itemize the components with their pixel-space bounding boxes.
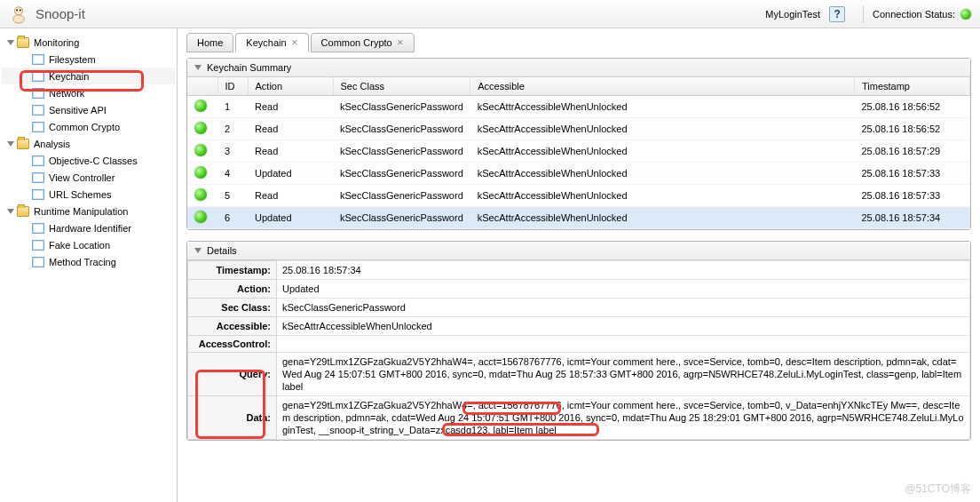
app-header: Snoop-it MyLoginTest ? Connection Status… [0,0,980,28]
detail-key: AccessControl: [188,336,277,353]
table-row[interactable]: 6UpdatedkSecClassGenericPasswordkSecAttr… [187,207,970,229]
detail-value [277,336,970,353]
summary-panel-header[interactable]: Keychain Summary [187,59,970,77]
tab[interactable]: Home [186,33,233,52]
details-panel: Details Timestamp:25.08.16 18:57:34Actio… [186,241,971,441]
detail-row: AccessControl: [188,336,970,353]
app-logo-icon [9,4,28,24]
tab[interactable]: Common Crypto✕ [311,33,415,52]
file-icon [32,172,44,183]
file-icon [32,71,44,82]
table-row[interactable]: 3ReadkSecClassGenericPasswordkSecAttrAcc… [187,140,970,163]
sidebar-item-label: Common Crypto [49,122,120,132]
table-row[interactable]: 4UpdatedkSecClassGenericPasswordkSecAttr… [187,163,970,185]
cell-action: Updated [248,207,333,229]
sidebar-item-label: Objective-C Classes [49,155,138,166]
table-row[interactable]: 5ReadkSecClassGenericPasswordkSecAttrAcc… [187,185,970,207]
detail-row: Timestamp:25.08.16 18:57:34 [188,261,970,280]
cell-id: 5 [217,185,248,207]
column-header[interactable]: ID [217,77,248,96]
sidebar-item[interactable]: View Controller [2,169,175,186]
detail-value: gena=Y29tLmx1ZGFzaGkua2V5Y2hhaW4=, acct=… [277,396,970,440]
close-icon[interactable]: ✕ [397,38,404,47]
status-led-icon [194,211,207,223]
column-header[interactable]: Timestamp [855,77,970,96]
sidebar: MonitoringFilesystemKeychainNetworkSensi… [0,28,178,502]
sidebar-item[interactable]: Sensitive API [2,101,175,118]
connection-status-label: Connection Status: [873,9,955,20]
sidebar-item[interactable]: Fake Location [2,236,175,253]
column-header[interactable]: Action [248,77,333,96]
chevron-down-icon [7,40,14,45]
cell-id: 1 [217,96,248,118]
cell-accessible: kSecAttrAccessibleWhenUnlocked [470,163,855,185]
chevron-down-icon [194,65,202,70]
file-icon [32,54,44,65]
table-row[interactable]: 2ReadkSecClassGenericPasswordkSecAttrAcc… [187,118,970,140]
summary-title: Keychain Summary [207,62,291,73]
sidebar-group[interactable]: Runtime Manipulation [2,203,175,219]
header-user: MyLoginTest [765,9,820,20]
cell-timestamp: 25.08.16 18:57:33 [855,163,970,185]
cell-id: 4 [217,163,248,185]
chevron-down-icon [7,209,14,214]
cell-action: Read [248,96,333,118]
cell-sec-class: kSecClassGenericPassword [333,140,470,163]
sidebar-item-label: URL Schemes [49,189,112,200]
cell-id: 2 [217,118,248,140]
sidebar-item[interactable]: URL Schemes [2,186,175,203]
cell-timestamp: 25.08.16 18:56:52 [855,96,970,118]
file-icon [32,155,44,166]
help-button[interactable]: ? [829,6,845,22]
detail-row: Query:gena=Y29tLmx1ZGFzaGkua2V5Y2hhaW4=,… [188,353,970,396]
sidebar-item-label: Hardware Identifier [49,223,131,234]
cell-accessible: kSecAttrAccessibleWhenUnlocked [470,207,855,229]
column-header[interactable]: Accessible [470,77,855,96]
cell-action: Read [248,140,333,163]
file-icon [32,88,44,99]
cell-id: 6 [217,207,248,229]
svg-point-0 [14,6,22,14]
detail-row: Sec Class:kSecClassGenericPassword [188,299,970,317]
sidebar-item[interactable]: Common Crypto [2,118,175,135]
detail-value: kSecAttrAccessibleWhenUnlocked [277,317,970,336]
cell-sec-class: kSecClassGenericPassword [333,163,470,185]
sidebar-item[interactable]: Keychain [2,68,175,84]
sidebar-group[interactable]: Analysis [2,135,175,152]
folder-icon [17,139,29,149]
close-icon[interactable]: ✕ [291,38,298,47]
sidebar-item-label: Fake Location [49,240,110,251]
summary-panel: Keychain Summary IDActionSec ClassAccess… [186,58,971,230]
column-header[interactable] [187,77,217,96]
chevron-down-icon [194,248,202,253]
detail-row: Accessible:kSecAttrAccessibleWhenUnlocke… [188,317,970,336]
tab[interactable]: Keychain✕ [235,33,308,52]
cell-sec-class: kSecClassGenericPassword [333,185,470,207]
tab-label: Keychain [246,37,286,48]
sidebar-item[interactable]: Network [2,84,175,101]
detail-value: 25.08.16 18:57:34 [277,261,970,280]
sidebar-item[interactable]: Method Tracing [2,253,175,270]
table-row[interactable]: 1ReadkSecClassGenericPasswordkSecAttrAcc… [187,96,970,118]
file-icon [32,105,44,116]
tab-bar: HomeKeychain✕Common Crypto✕ [186,33,971,52]
details-panel-header[interactable]: Details [187,242,970,260]
detail-key: Query: [188,353,277,396]
status-led-icon [194,144,207,156]
cell-timestamp: 25.08.16 18:57:33 [855,185,970,207]
sidebar-group-label: Analysis [34,139,70,149]
sidebar-item-label: View Controller [49,172,115,183]
sidebar-item[interactable]: Filesystem [2,51,175,68]
keychain-table[interactable]: IDActionSec ClassAccessibleTimestamp1Rea… [187,77,970,229]
sidebar-item[interactable]: Objective-C Classes [2,152,175,169]
column-header[interactable]: Sec Class [333,77,470,96]
detail-key: Accessible: [188,317,277,336]
cell-timestamp: 25.08.16 18:56:52 [855,118,970,140]
svg-point-2 [16,9,18,11]
sidebar-group[interactable]: Monitoring [2,34,175,51]
sidebar-item-label: Filesystem [49,54,96,65]
sidebar-item[interactable]: Hardware Identifier [2,219,175,236]
tab-label: Home [197,37,223,48]
cell-action: Read [248,118,333,140]
status-led-icon [194,188,207,201]
